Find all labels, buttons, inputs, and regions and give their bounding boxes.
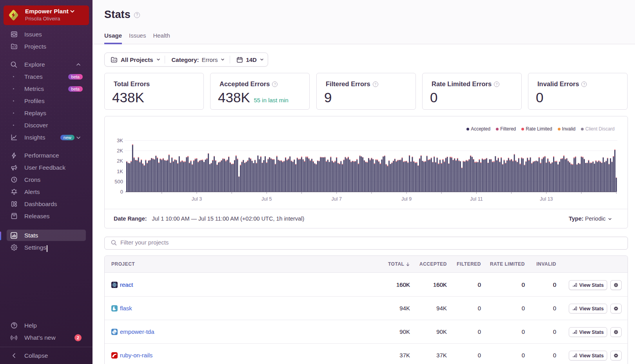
svg-text:Jul 3: Jul 3 (192, 196, 202, 202)
svg-text:2K: 2K (117, 148, 123, 154)
svg-text:Jul 11: Jul 11 (470, 196, 483, 202)
svg-text:3K: 3K (117, 138, 123, 143)
svg-text:Jul 9: Jul 9 (401, 196, 412, 202)
svg-text:0: 0 (120, 189, 123, 195)
svg-text:1K: 1K (117, 168, 123, 174)
svg-text:Jul 7: Jul 7 (331, 196, 341, 202)
svg-text:Jul 5: Jul 5 (261, 196, 272, 202)
svg-text:Jul 13: Jul 13 (540, 196, 553, 202)
svg-text:500: 500 (114, 179, 123, 185)
svg-text:2K: 2K (117, 158, 123, 164)
